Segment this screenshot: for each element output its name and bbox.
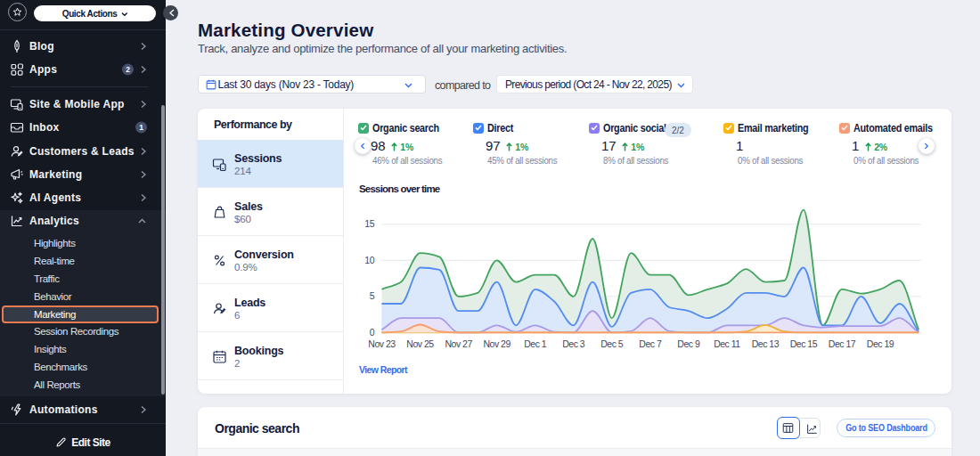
svg-text:Dec 7: Dec 7 — [639, 338, 662, 349]
svg-text:Dec 17: Dec 17 — [829, 338, 856, 349]
svg-text:15: 15 — [364, 218, 375, 229]
svg-text:Nov 29: Nov 29 — [483, 338, 510, 349]
svg-text:Dec 13: Dec 13 — [752, 338, 780, 349]
svg-text:Dec 19: Dec 19 — [867, 338, 894, 349]
svg-text:0: 0 — [370, 327, 375, 338]
svg-text:Dec 3: Dec 3 — [562, 338, 585, 349]
svg-text:10: 10 — [364, 255, 375, 265]
svg-text:Dec 9: Dec 9 — [677, 338, 700, 349]
svg-text:Nov 23: Nov 23 — [368, 338, 396, 349]
svg-text:Nov 25: Nov 25 — [406, 338, 434, 349]
svg-text:Nov 27: Nov 27 — [445, 338, 472, 349]
svg-text:Dec 15: Dec 15 — [790, 338, 818, 349]
svg-text:Dec 5: Dec 5 — [600, 338, 624, 349]
svg-text:5: 5 — [370, 290, 375, 301]
svg-text:Dec 11: Dec 11 — [714, 338, 740, 349]
svg-text:Dec 1: Dec 1 — [524, 338, 547, 349]
